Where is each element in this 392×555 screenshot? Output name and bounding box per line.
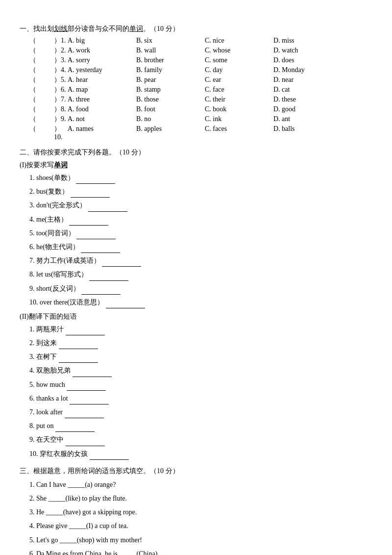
fill-section1: 1. shoes(单数） 2. bus(复数） 3. don't(完全形式） 4… bbox=[20, 172, 372, 308]
fill-row: 9. 在天空中 bbox=[20, 433, 372, 446]
fill-row: 1. 两瓶果汁 bbox=[20, 323, 372, 335]
fill-row: 4. 双胞胎兄弟 bbox=[20, 364, 372, 377]
choice-row: （ ）5. A. hear B. pear C. ear D. near bbox=[20, 76, 372, 84]
sub2-header: (II)翻译下面的短语 bbox=[20, 312, 372, 321]
fill-row: 7. look after bbox=[20, 406, 372, 418]
choice-row: （ ）8. A. food B. foot C. book D. good bbox=[20, 105, 372, 114]
fill-row: 5. too(同音词） bbox=[20, 227, 372, 239]
fill-row: 4. Please give _____(I) a cup of tea. bbox=[20, 520, 372, 532]
fill-section2: 1. 两瓶果汁 2. 到这来 3. 在树下 4. 双胞胎兄弟 5. how mu… bbox=[20, 323, 372, 460]
fill-row: 3. don't(完全形式） bbox=[20, 199, 372, 211]
choice-table: （ ）1. A. big B. six C. nice D. miss （ ）2… bbox=[20, 36, 372, 141]
fill-row: 8. let us(缩写形式） bbox=[20, 268, 372, 280]
fill-row: 9. short(反义词） bbox=[20, 282, 372, 295]
fill-row: 8. put on bbox=[20, 420, 372, 432]
choice-row: （ ）6. A. map B. stamp C. face D. cat bbox=[20, 85, 372, 94]
section1-header: 一、找出划划线部分读音与众不同的单词。（10 分） bbox=[20, 25, 372, 33]
fill-row: 2. 到这来 bbox=[20, 337, 372, 349]
choice-row: （ ）3. A. sorry B. brother C. some D. doe… bbox=[20, 56, 372, 65]
fill-row: 4. me(主格） bbox=[20, 213, 372, 226]
choice-row: （ ）4. A. yesterday B. family C. day D. M… bbox=[20, 66, 372, 75]
fill-row: 6. Da Ming es from China, he is _____(Ch… bbox=[20, 548, 372, 555]
fill-row: 7. 努力工作(译成英语） bbox=[20, 254, 372, 267]
sub1-header: (I)按要求写单词 bbox=[20, 161, 372, 170]
fill-row: 6. thanks a lot bbox=[20, 392, 372, 404]
fill-row: 10. 穿红衣服的女孩 bbox=[20, 448, 372, 460]
fill-row: 5. Let's go _____(shop) with my mother! bbox=[20, 534, 372, 546]
choice-row: （ ）9. A. not B. no C. ink D. ant bbox=[20, 115, 372, 124]
fill-row: 1. shoes(单数） bbox=[20, 172, 372, 184]
fill-row: 2. She _____(like) to play the flute. bbox=[20, 492, 372, 505]
fill-row: 3. 在树下 bbox=[20, 351, 372, 363]
fill-row: 1. Can I have _____(a) orange? bbox=[20, 479, 372, 491]
fill-row: 6. he(物主代词） bbox=[20, 241, 372, 253]
fill-row: 5. how much bbox=[20, 378, 372, 391]
section3-header: 三、根据题意，用所给词的适当形式填空。（10 分） bbox=[20, 467, 372, 476]
choice-row: （ ）1. A. big B. six C. nice D. miss bbox=[20, 36, 372, 45]
choice-row: （ ）10. A. names B. apples C. faces D. ba… bbox=[20, 125, 372, 141]
fill-row: 10. over there(汉语意思） bbox=[20, 296, 372, 308]
choice-row: （ ）7. A. three B. those C. their D. thes… bbox=[20, 95, 372, 104]
fill-section3: 1. Can I have _____(a) orange?2. She ___… bbox=[20, 479, 372, 555]
fill-row: 3. He _____(have) got a skipping rope. bbox=[20, 506, 372, 518]
choice-row: （ ）2. A. work B. wall C. whose D. watch bbox=[20, 46, 372, 55]
fill-row: 2. bus(复数） bbox=[20, 185, 372, 198]
section2-header: 二、请你按要求完成下列各题。（10 分） bbox=[20, 148, 372, 157]
